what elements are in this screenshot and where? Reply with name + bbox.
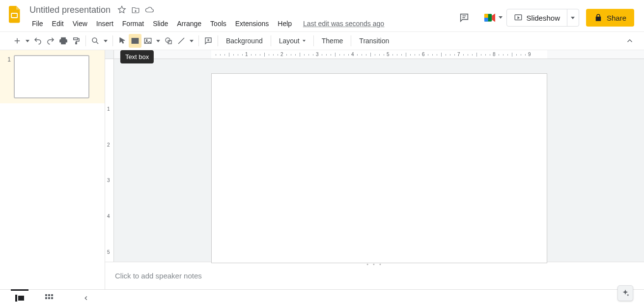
svg-rect-18: [45, 297, 47, 299]
slideshow-button[interactable]: Slideshow: [507, 9, 567, 26]
speaker-notes[interactable]: Click to add speaker notes: [105, 266, 644, 289]
textbox-tool[interactable]: Text box: [129, 34, 141, 48]
titlebar: Untitled presentation File Edit View Ins…: [28, 3, 384, 30]
layout-label: Layout: [279, 37, 300, 45]
move-icon[interactable]: [131, 5, 140, 14]
zoom-button[interactable]: [89, 34, 102, 48]
svg-rect-4: [484, 14, 488, 18]
svg-rect-16: [48, 294, 50, 296]
svg-rect-15: [45, 294, 47, 296]
svg-rect-14: [18, 296, 24, 301]
tooltip-textbox: Text box: [120, 50, 154, 63]
slide-preview: [14, 55, 89, 98]
layout-button[interactable]: Layout: [274, 34, 310, 48]
body: 1 123456789 12345 • • • Click to add spe…: [0, 50, 644, 289]
menu-tools[interactable]: Tools: [206, 18, 231, 30]
slideshow-dropdown[interactable]: [567, 9, 579, 26]
canvas-area: 123456789 12345 • • • Click to add speak…: [105, 50, 644, 289]
svg-rect-20: [51, 297, 53, 299]
print-button[interactable]: [57, 34, 70, 48]
svg-rect-19: [48, 297, 50, 299]
ruler-horizontal[interactable]: 123456789: [105, 50, 644, 59]
menu-insert[interactable]: Insert: [92, 18, 118, 30]
line-dropdown[interactable]: [188, 34, 196, 48]
slides-logo[interactable]: [5, 5, 25, 25]
undo-button[interactable]: [31, 34, 44, 48]
menu-help[interactable]: Help: [273, 18, 296, 30]
header: Untitled presentation File Edit View Ins…: [0, 0, 644, 31]
select-tool[interactable]: [116, 34, 129, 48]
collapse-filmstrip-icon[interactable]: [79, 291, 93, 306]
menu-format[interactable]: Format: [118, 18, 148, 30]
transition-button[interactable]: Transition: [354, 34, 394, 48]
slide-thumb-1[interactable]: 1: [0, 50, 105, 103]
svg-rect-5: [484, 18, 488, 22]
menu-view[interactable]: View: [68, 18, 92, 30]
menu-edit[interactable]: Edit: [48, 18, 68, 30]
toolbar: Text box Background Layout Theme Transit…: [0, 31, 644, 50]
document-title[interactable]: Untitled presentation: [28, 4, 112, 16]
image-tool[interactable]: [141, 34, 154, 48]
cloud-status-icon[interactable]: [145, 5, 154, 14]
header-right: Slideshow Share: [455, 3, 639, 28]
slide-number: 1: [4, 55, 11, 98]
svg-point-7: [92, 38, 97, 42]
star-icon[interactable]: [117, 5, 126, 14]
image-dropdown[interactable]: [154, 34, 162, 48]
menu-arrange[interactable]: Arrange: [172, 18, 206, 30]
share-label: Share: [607, 14, 626, 22]
menu-file[interactable]: File: [28, 18, 48, 30]
new-slide-button[interactable]: [11, 34, 24, 48]
zoom-dropdown[interactable]: [102, 34, 110, 48]
add-comment-button[interactable]: [202, 34, 215, 48]
redo-button[interactable]: [44, 34, 57, 48]
menu-slide[interactable]: Slide: [148, 18, 172, 30]
slideshow-group: Slideshow: [506, 9, 579, 27]
line-tool[interactable]: [175, 34, 188, 48]
meet-button[interactable]: [480, 8, 500, 28]
filmstrip-view-tab[interactable]: [5, 290, 34, 306]
last-edit-link[interactable]: Last edit was seconds ago: [303, 18, 384, 30]
explore-button[interactable]: [617, 285, 633, 301]
grid-view-tab[interactable]: [34, 290, 64, 306]
theme-button[interactable]: Theme: [317, 34, 348, 48]
collapse-toolbar-icon[interactable]: [623, 34, 636, 48]
filmstrip[interactable]: 1: [0, 50, 105, 289]
slide-stage[interactable]: [114, 59, 644, 262]
slideshow-label: Slideshow: [527, 14, 560, 22]
share-button[interactable]: Share: [586, 9, 634, 27]
svg-rect-13: [15, 295, 17, 302]
new-slide-dropdown[interactable]: [24, 34, 31, 48]
paint-format-button[interactable]: [70, 34, 83, 48]
slide-canvas[interactable]: [211, 73, 547, 263]
footer: [0, 289, 644, 306]
ruler-vertical[interactable]: 12345: [105, 59, 114, 262]
svg-rect-17: [51, 294, 53, 296]
background-button[interactable]: Background: [221, 34, 268, 48]
menubar: File Edit View Insert Format Slide Arran…: [28, 18, 384, 30]
svg-point-11: [166, 38, 170, 42]
comments-icon[interactable]: [455, 9, 473, 27]
shape-tool[interactable]: [162, 34, 175, 48]
menu-extensions[interactable]: Extensions: [231, 18, 273, 30]
svg-point-10: [146, 39, 147, 40]
